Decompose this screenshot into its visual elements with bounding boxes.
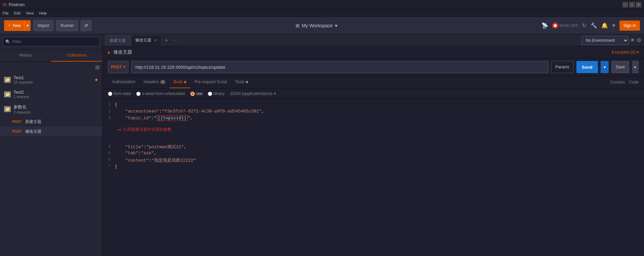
collection-info: Test2 1 request [13, 90, 98, 99]
titlebar: ✉ Postman ─ □ ✕ [0, 0, 644, 9]
app-icon: ✉ [3, 2, 7, 7]
request-tabs-right: Cookies Code [610, 80, 639, 85]
runner-button[interactable]: Runner [56, 20, 78, 31]
filter-input[interactable] [3, 37, 100, 46]
json-format-dropdown-icon: ▾ [274, 91, 276, 96]
new-dropdown-arrow[interactable]: ▾ [25, 20, 31, 31]
url-input[interactable] [131, 61, 548, 73]
save-dropdown-button[interactable]: ▾ [632, 61, 639, 73]
star-icon[interactable]: ★ [94, 77, 98, 82]
save-button[interactable]: Save [611, 61, 629, 73]
collection-name: 参数化 [13, 104, 98, 110]
method-badge: POST [11, 129, 23, 134]
json-format-selector[interactable]: JSON (application/json) ▾ [230, 91, 276, 96]
form-data-option[interactable]: form-data [108, 91, 131, 96]
code-editor[interactable]: 1 { 2 "accesstoken":"f3e3fch7-8272-4c30-… [103, 99, 644, 256]
collections-list: 📁 Test1 15 requests ★ 📁 Test2 1 request … [0, 72, 102, 256]
menu-edit[interactable]: Edit [14, 11, 21, 15]
request-name: 修改主题 [25, 129, 41, 134]
workspace-selector[interactable]: ⊞ My Workspace ▾ [296, 23, 337, 28]
main-layout: 🔍 History Collections ⊞ 📁 Test1 15 reque… [0, 34, 644, 256]
toolbar-center: ⊞ My Workspace ▾ [94, 23, 538, 28]
code-line-6: 6 "content":"我是我是我蔡22222" [103, 157, 644, 164]
bell-icon[interactable]: 🔔 [601, 22, 608, 29]
close-button[interactable]: ✕ [636, 2, 641, 7]
tab-close-button[interactable]: ✕ [153, 38, 157, 42]
eye-icon[interactable]: 👁 [630, 37, 635, 43]
sidebar-actions: ⊞ [0, 62, 102, 72]
body-dot [184, 81, 186, 83]
method-dropdown-icon: ▾ [123, 65, 125, 69]
tab-label: 修改主题 [135, 37, 151, 43]
new-plus-icon: ＋ [7, 23, 11, 28]
request-name: 新建主题 [25, 119, 41, 125]
satellite-icon[interactable]: 📡 [541, 22, 548, 29]
new-button[interactable]: ＋ New ▾ [4, 20, 31, 31]
raw-option[interactable]: raw [190, 91, 202, 96]
request-item-edit-topic[interactable]: POST 修改主题 [0, 127, 102, 136]
method-selector[interactable]: POST ▾ [108, 61, 128, 73]
tab-headers[interactable]: Headers 1 [140, 76, 169, 88]
request-title: 修改主题 [113, 49, 132, 55]
menu-view[interactable]: View [26, 11, 34, 15]
collection-info: Test1 15 requests [13, 75, 92, 84]
cookies-link[interactable]: Cookies [610, 80, 625, 85]
code-line-5: 5 "tab":"ask", [103, 150, 644, 157]
refresh-icon[interactable]: ↻ [582, 22, 586, 29]
env-selector: No Environment 👁 ⚙ [581, 36, 641, 45]
sidebar-tab-history[interactable]: History [0, 50, 51, 62]
import-button[interactable]: Import [33, 20, 53, 31]
builder-button[interactable]: ⇄ [81, 20, 91, 31]
tab-body[interactable]: Body [169, 76, 190, 88]
request-header: ▶ 修改主题 Examples (0) ▾ [103, 46, 644, 58]
sidebar-tab-collections[interactable]: Collections [51, 50, 102, 62]
code-line-4: 4 "title":"postman测试12", [103, 143, 644, 150]
tab-authorization[interactable]: Authorization [108, 76, 140, 88]
settings-icon[interactable]: ⚙ [637, 37, 641, 43]
menubar: File Edit View Help [0, 9, 644, 17]
collection-item-test2[interactable]: 📁 Test2 1 request [0, 87, 102, 101]
folder-icon: 📁 [4, 91, 11, 97]
headers-badge: 1 [160, 80, 165, 84]
collection-item-test1[interactable]: 📁 Test1 15 requests ★ [0, 72, 102, 87]
request-item-new-topic[interactable]: POST 新建主题 [0, 117, 102, 127]
json-format-label: JSON (application/json) [230, 91, 272, 96]
menu-file[interactable]: File [3, 11, 9, 15]
send-button[interactable]: Send [576, 61, 598, 73]
method-label: POST [111, 65, 122, 69]
maximize-button[interactable]: □ [629, 2, 635, 7]
tab-tests[interactable]: Tests [231, 76, 252, 88]
urlencoded-option[interactable]: x-www-form-urlencoded [136, 91, 185, 96]
tab-add-button[interactable]: + [162, 36, 171, 44]
search-wrapper: 🔍 [3, 37, 100, 46]
heart-icon[interactable]: ♥ [612, 23, 615, 29]
tab-prerequest[interactable]: Pre-request Script [190, 76, 231, 88]
environment-dropdown[interactable]: No Environment [581, 36, 629, 45]
sync-dot-icon [552, 23, 558, 29]
send-dropdown-button[interactable]: ▾ [601, 61, 609, 73]
signin-button[interactable]: Sign In [619, 21, 640, 31]
new-label: New [13, 23, 21, 28]
examples-link[interactable]: Examples (0) ▾ [612, 50, 639, 55]
add-collection-button[interactable]: ⊞ [95, 64, 100, 70]
tab-edit-topic[interactable]: 修改主题 ✕ [131, 35, 162, 46]
sync-status[interactable]: SYNC OFF [552, 23, 578, 29]
collection-requests: 15 requests [13, 80, 92, 84]
body-options: form-data x-www-form-urlencoded raw bina… [103, 89, 644, 99]
collection-requests: 2 requests [13, 110, 98, 114]
code-link[interactable]: Code [629, 80, 639, 85]
minimize-button[interactable]: ─ [622, 2, 628, 7]
tab-menu-button[interactable]: ··· [171, 36, 179, 44]
menu-help[interactable]: Help [39, 11, 47, 15]
tab-label: 新建主题 [110, 38, 126, 43]
binary-option[interactable]: binary [208, 91, 225, 96]
wrench-icon[interactable]: 🔧 [591, 22, 597, 29]
collection-item-params[interactable]: 📁 参数化 2 requests [0, 101, 102, 117]
collection-name: Test1 [13, 75, 92, 80]
toolbar-right: 📡 SYNC OFF ↻ 🔧 🔔 ♥ Sign In [541, 21, 640, 31]
method-badge: POST [11, 119, 23, 124]
url-bar: POST ▾ Params Send ▾ Save ▾ [103, 58, 644, 76]
params-button[interactable]: Params [551, 61, 574, 73]
tab-new-topic[interactable]: 新建主题 [105, 35, 130, 46]
collection-requests: 1 request [13, 95, 98, 99]
